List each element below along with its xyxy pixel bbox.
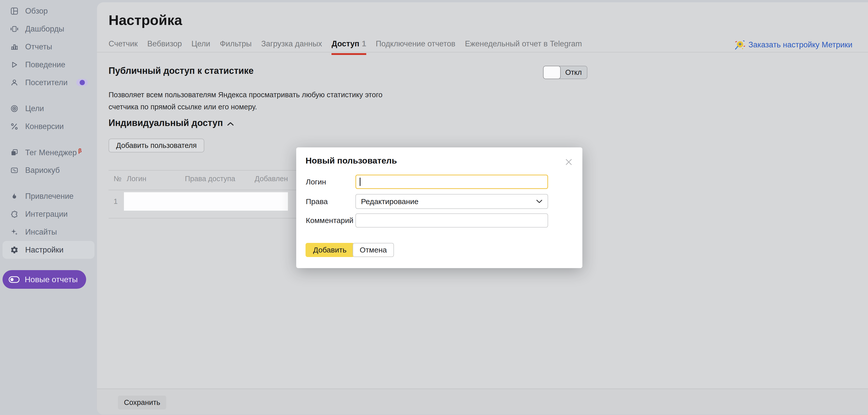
- tags-icon: [10, 148, 19, 157]
- sidebar-item-label: Посетители: [25, 78, 67, 87]
- sidebar-item-reports[interactable]: Отчеты: [2, 38, 94, 56]
- tab-counter[interactable]: Счетчик: [108, 39, 138, 55]
- login-input[interactable]: [355, 175, 548, 189]
- page-title: Настройка: [108, 12, 182, 28]
- comment-input[interactable]: [355, 213, 548, 228]
- close-icon[interactable]: [565, 158, 573, 166]
- sidebar-item-overview[interactable]: Обзор: [2, 2, 94, 20]
- sidebar-item-label: Отчеты: [25, 42, 52, 51]
- new-user-row-placeholder[interactable]: [124, 192, 288, 211]
- table-divider: [108, 170, 324, 171]
- public-access-toggle[interactable]: Откл: [543, 66, 587, 79]
- rights-select[interactable]: Редактирование: [355, 194, 548, 209]
- card-icon: [10, 166, 19, 175]
- tab-webvisor[interactable]: Вебвизор: [147, 39, 182, 55]
- sidebar-item-label: Цели: [25, 104, 44, 113]
- sidebar-item-label: Вариокуб: [25, 166, 60, 175]
- toggle-state-label: Откл: [559, 66, 587, 79]
- column-header-login: Логин: [127, 175, 146, 183]
- sidebar-item-dashboards[interactable]: Дашборды: [2, 20, 94, 38]
- add-user-button[interactable]: Добавить пользователя: [108, 139, 204, 152]
- footer-bar: Сохранить: [97, 389, 868, 415]
- bar-chart-icon: [10, 42, 19, 51]
- individual-access-title[interactable]: Индивидуальный доступ: [108, 118, 234, 128]
- sidebar-group-divider: [0, 91, 97, 99]
- tab-access-count: 1: [362, 39, 366, 48]
- tab-goals[interactable]: Цели: [191, 39, 210, 55]
- sidebar-item-label: Дашборды: [25, 24, 64, 33]
- sidebar-item-goals[interactable]: Цели: [2, 99, 94, 117]
- new-user-modal: Новый пользователь Логин Права Редактиро…: [296, 147, 582, 268]
- sidebar-item-insights[interactable]: Инсайты: [2, 223, 94, 241]
- new-reports-label: Новые отчеты: [25, 275, 78, 284]
- percent-icon: [10, 122, 19, 131]
- flame-icon: [10, 192, 19, 201]
- sidebar-item-label: Интеграции: [25, 210, 68, 219]
- sidebar-item-variocube[interactable]: Вариокуб: [2, 161, 94, 179]
- row-number: 1: [114, 192, 118, 211]
- sidebar-item-settings[interactable]: Настройки: [2, 241, 94, 259]
- gear-icon: [10, 246, 19, 254]
- sidebar-item-tag-manager[interactable]: Тег Менеджерβ: [2, 143, 94, 161]
- add-button[interactable]: Добавить: [306, 243, 354, 257]
- purple-dot-icon: [80, 80, 85, 85]
- tab-telegram-report[interactable]: Еженедельный отчет в Telegram: [465, 39, 582, 55]
- grid-icon: [10, 7, 19, 16]
- puzzle-icon: [10, 210, 19, 218]
- sparkles-icon: [10, 228, 19, 236]
- toggle-knob[interactable]: [543, 66, 561, 79]
- sidebar-item-integrations[interactable]: Интеграции: [2, 205, 94, 223]
- app-window: Обзор Дашборды Отчеты Поведение П: [0, 0, 868, 415]
- chevron-down-icon: [536, 199, 542, 204]
- visitors-badge: [76, 79, 88, 86]
- sidebar-item-visitors[interactable]: Посетители: [2, 73, 94, 91]
- rights-label: Права: [306, 194, 328, 209]
- order-metrica-setup-link[interactable]: Заказать настройку Метрики: [734, 39, 852, 50]
- play-icon: [10, 60, 19, 69]
- sidebar-item-label: Конверсии: [25, 122, 64, 131]
- sidebar-item-label: Привлечение: [25, 192, 73, 201]
- sidebar: Обзор Дашборды Отчеты Поведение П: [0, 0, 97, 415]
- comment-label: Комментарий: [306, 213, 353, 228]
- modal-title: Новый пользователь: [306, 156, 397, 166]
- sidebar-item-label: Настройки: [25, 245, 63, 255]
- tab-access[interactable]: Доступ1: [332, 39, 366, 55]
- magic-wand-icon: [734, 39, 745, 50]
- sidebar-item-conversions[interactable]: Конверсии: [2, 117, 94, 135]
- sidebar-group-divider: [0, 135, 97, 143]
- sidebar-item-label: Тег Менеджерβ: [25, 147, 82, 157]
- sidebar-item-label: Инсайты: [25, 228, 57, 237]
- sidebar-item-acquisition[interactable]: Привлечение: [2, 187, 94, 205]
- column-header-rights: Права доступа: [185, 175, 235, 183]
- cancel-button[interactable]: Отмена: [353, 243, 394, 257]
- sidebar-item-label: Поведение: [25, 60, 65, 69]
- login-label: Логин: [306, 175, 326, 189]
- column-header-added: Добавлен: [255, 175, 288, 183]
- login-field-wrap: [355, 175, 548, 189]
- carousel-icon: [10, 25, 19, 33]
- tabs-divider: [97, 52, 868, 52]
- sidebar-item-label: Обзор: [25, 6, 48, 16]
- rights-select-value: Редактирование: [361, 197, 536, 206]
- tab-filters[interactable]: Фильтры: [220, 39, 252, 55]
- tab-data-upload[interactable]: Загрузка данных: [261, 39, 322, 55]
- beta-badge: β: [78, 147, 82, 154]
- tab-report-connection[interactable]: Подключение отчетов: [376, 39, 456, 55]
- column-header-number: №: [114, 175, 121, 183]
- toggle-icon: [8, 276, 20, 283]
- order-link-label: Заказать настройку Метрики: [748, 40, 852, 49]
- person-icon: [10, 78, 19, 87]
- save-button[interactable]: Сохранить: [118, 395, 166, 410]
- public-access-title: Публичный доступ к статистике: [108, 65, 254, 76]
- chevron-up-icon: [227, 122, 234, 126]
- sidebar-group-divider: [0, 179, 97, 187]
- target-icon: [10, 104, 19, 113]
- tabs-bar: Счетчик Вебвизор Цели Фильтры Загрузка д…: [108, 39, 582, 55]
- new-reports-button[interactable]: Новые отчеты: [2, 270, 86, 289]
- sidebar-item-behavior[interactable]: Поведение: [2, 56, 94, 73]
- table-divider: [108, 218, 324, 218]
- public-access-description: Позволяет всем пользователям Яндекса про…: [108, 89, 395, 113]
- table-divider: [108, 190, 324, 190]
